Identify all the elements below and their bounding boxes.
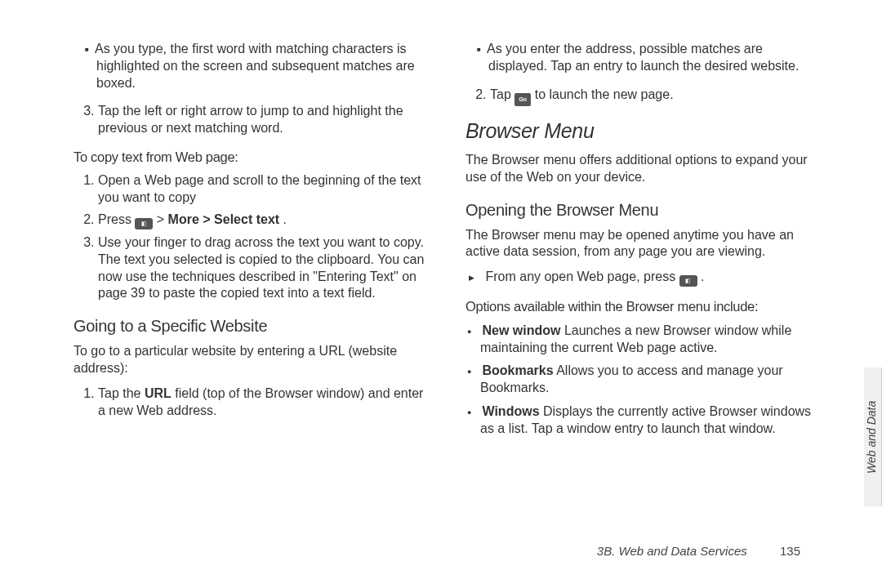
open-menu-action: From any open Web page, press ◧ . (466, 269, 825, 287)
option-bookmarks: Bookmarks (482, 363, 553, 377)
going-intro: To go to a particular website by enterin… (74, 343, 433, 377)
browser-menu-heading: Browser Menu (466, 118, 825, 145)
typing-steps: Tap the left or right arrow to jump to a… (74, 103, 433, 137)
footer-section: 3B. Web and Data Services (597, 544, 747, 558)
options-label: Options available within the Browser men… (466, 298, 825, 315)
side-tab: Web and Data (864, 368, 882, 506)
opening-browser-menu-heading: Opening the Browser Menu (466, 199, 825, 220)
list-item: From any open Web page, press ◧ . (483, 269, 825, 287)
going-to-website-heading: Going to a Specific Website (74, 315, 433, 336)
launch-steps: Tap Go to launch the new page. (466, 87, 825, 106)
menu-key-icon: ◧ (135, 218, 153, 229)
menu-key-icon: ◧ (679, 275, 697, 287)
page-number: 135 (780, 544, 800, 558)
sub-bullet: As you enter the address, possible match… (488, 41, 825, 75)
text: Tap the (98, 386, 145, 400)
text: From any open Web page, press (485, 270, 679, 283)
text: to launch the new page. (535, 87, 674, 101)
typing-sub-bullets: As you type, the first word with matchin… (74, 41, 433, 91)
list-item: Use your finger to drag across the text … (98, 234, 433, 302)
text: > (203, 212, 214, 226)
going-steps: Tap the URL field (top of the Browser wi… (74, 385, 433, 420)
select-text-label: Select text (214, 212, 279, 226)
page-footer: 3B. Web and Data Services 135 (597, 543, 800, 559)
list-item: Bookmarks Allows you to access and manag… (480, 363, 825, 397)
list-item: Press ◧ > More > Select text . (98, 212, 433, 229)
page: As you type, the first word with matchin… (0, 0, 882, 588)
list-item: New window Launches a new Browser window… (480, 323, 825, 357)
list-item: Tap Go to launch the new page. (490, 87, 825, 106)
list-item: Tap the URL field (top of the Browser wi… (98, 385, 433, 420)
more-label: More (168, 212, 199, 226)
text: . (283, 212, 287, 226)
browser-menu-intro: The Browser menu offers additional optio… (466, 152, 825, 186)
right-column: As you enter the address, possible match… (466, 41, 825, 446)
opening-intro: The Browser menu may be opened anytime y… (466, 227, 825, 261)
sub-bullet: As you type, the first word with matchin… (96, 41, 433, 91)
option-windows: Windows (482, 404, 539, 418)
option-new-window: New window (482, 323, 560, 337)
address-sub-bullets: As you enter the address, possible match… (466, 41, 825, 75)
go-icon: Go (514, 93, 531, 106)
text: > (157, 212, 168, 226)
list-item: Tap the left or right arrow to jump to a… (98, 103, 433, 137)
url-label: URL (145, 386, 172, 400)
columns: As you type, the first word with matchin… (74, 41, 825, 446)
left-column: As you type, the first word with matchin… (74, 41, 433, 446)
list-item: Open a Web page and scroll to the beginn… (98, 172, 433, 207)
list-item: Windows Displays the currently active Br… (480, 403, 825, 438)
text: Press (98, 212, 135, 226)
copy-steps: Open a Web page and scroll to the beginn… (74, 172, 433, 302)
text: . (701, 270, 704, 283)
text: Tap (490, 87, 514, 101)
options-list: New window Launches a new Browser window… (466, 323, 825, 438)
copy-text-label: To copy text from Web page: (74, 149, 433, 166)
